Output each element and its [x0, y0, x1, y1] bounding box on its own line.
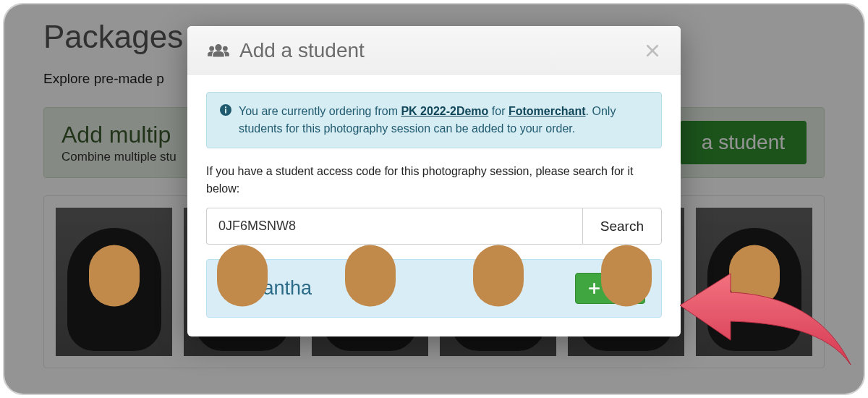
access-code-input[interactable] — [206, 208, 582, 245]
search-result: Samantha Add — [206, 259, 662, 318]
info-text: You are currently ordering from PK 2022-… — [239, 103, 648, 137]
search-row: Search — [206, 208, 662, 245]
svg-rect-4 — [225, 109, 226, 114]
modal-title: Add a student — [239, 39, 365, 62]
svg-point-0 — [215, 44, 221, 51]
session-link[interactable]: PK 2022-2Demo — [401, 105, 488, 117]
plus-icon — [589, 283, 600, 294]
svg-point-2 — [223, 46, 228, 51]
close-icon — [646, 44, 659, 57]
people-icon — [206, 42, 231, 59]
modal-header: Add a student — [187, 26, 681, 75]
modal-title-wrap: Add a student — [206, 39, 365, 62]
info-icon — [220, 104, 231, 137]
info-callout: You are currently ordering from PK 2022-… — [206, 92, 662, 148]
search-prompt: If you have a student access code for th… — [206, 163, 662, 198]
search-button[interactable]: Search — [582, 208, 662, 245]
merchant-link[interactable]: Fotomerchant — [509, 105, 586, 117]
svg-point-1 — [209, 46, 214, 51]
close-button[interactable] — [643, 41, 662, 60]
svg-rect-5 — [225, 106, 226, 108]
info-mid: for — [488, 105, 509, 117]
app-frame: Packages Explore pre-made p Add multip C… — [3, 3, 865, 395]
info-pre: You are currently ordering from — [239, 105, 401, 117]
